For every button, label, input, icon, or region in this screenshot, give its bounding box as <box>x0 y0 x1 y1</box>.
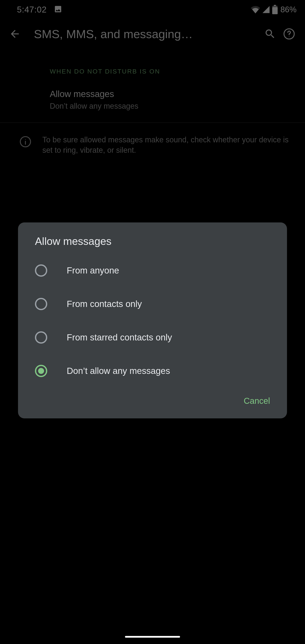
dialog-title: Allow messages <box>18 235 287 254</box>
option-from-starred-contacts-only[interactable]: From starred contacts only <box>18 321 287 354</box>
radio-icon <box>35 331 47 344</box>
navigation-handle[interactable] <box>125 636 180 638</box>
cancel-button[interactable]: Cancel <box>244 396 270 406</box>
option-label: From starred contacts only <box>67 332 172 342</box>
dialog-actions: Cancel <box>18 388 287 412</box>
option-label: Don’t allow any messages <box>67 366 170 376</box>
radio-icon <box>35 365 47 377</box>
option-from-contacts-only[interactable]: From contacts only <box>18 287 287 321</box>
option-label: From contacts only <box>67 299 142 309</box>
option-dont-allow-any-messages[interactable]: Don’t allow any messages <box>18 354 287 388</box>
option-from-anyone[interactable]: From anyone <box>18 254 287 287</box>
allow-messages-dialog: Allow messages From anyone From contacts… <box>18 222 287 418</box>
radio-icon <box>35 298 47 310</box>
option-label: From anyone <box>67 266 119 276</box>
radio-icon <box>35 264 47 277</box>
